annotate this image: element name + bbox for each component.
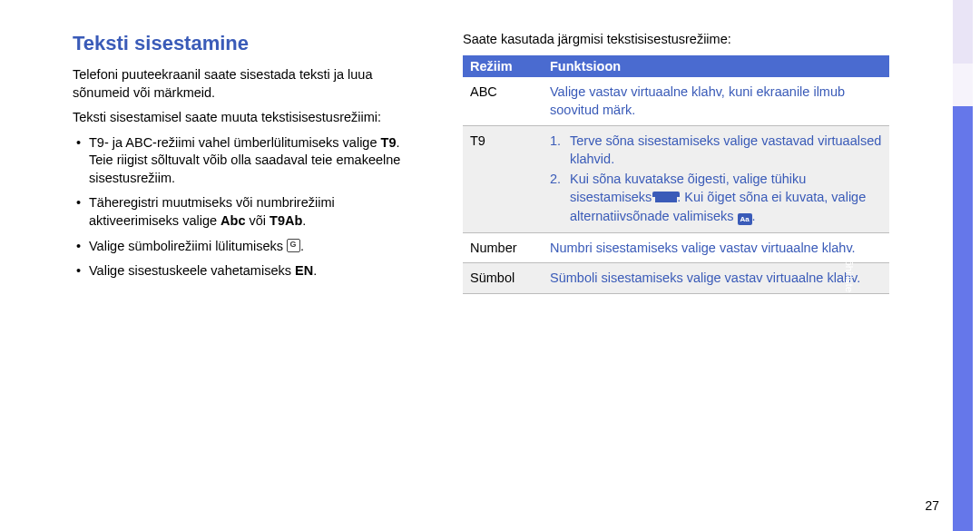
space-icon [655, 192, 677, 202]
mode-change-list: T9- ja ABC-režiimi vahel ümberlülitumise… [73, 134, 413, 280]
table-row: ABC Valige vastav virtuaalne klahv, kuni… [463, 77, 889, 125]
table-row: Sümbol Sümboli sisestamiseks valige vast… [463, 263, 889, 293]
side-tab-label: põhiliste funktsioonide kasutamine [844, 254, 855, 454]
right-column: Saate kasutada järgmisi tekstisisestusre… [463, 32, 889, 513]
list-item: Valige sümbolirežiimi lülitumiseks . [73, 238, 413, 256]
list-item: Täheregistri muutmiseks või numbrirežiim… [73, 194, 413, 230]
modes-table: Režiim Funktsioon ABC Valige vastav virt… [463, 55, 889, 294]
side-tab: põhiliste funktsioonide kasutamine [953, 0, 973, 531]
list-item: T9- ja ABC-režiimi vahel ümberlülitumise… [73, 134, 413, 188]
header-func: Funktsioon [543, 55, 889, 77]
intro-para-2: Teksti sisestamisel saate muuta tekstisi… [73, 109, 413, 127]
table-intro: Saate kasutada järgmisi tekstisisestusre… [463, 32, 889, 46]
page-number: 27 [925, 498, 939, 513]
list-item: Valige sisestuskeele vahetamiseks EN. [73, 262, 413, 280]
symbol-mode-icon [287, 239, 300, 252]
intro-para-1: Telefoni puuteekraanil saate sisestada t… [73, 66, 413, 102]
left-column: Teksti sisestamine Telefoni puuteekraani… [73, 32, 463, 513]
table-row: T9 1.Terve sõna sisestamiseks valige vas… [463, 125, 889, 232]
alternatives-icon: Aa [738, 213, 752, 225]
header-mode: Režiim [463, 55, 543, 77]
section-title: Teksti sisestamine [73, 32, 413, 55]
table-row: Number Numbri sisestamiseks valige vasta… [463, 233, 889, 263]
